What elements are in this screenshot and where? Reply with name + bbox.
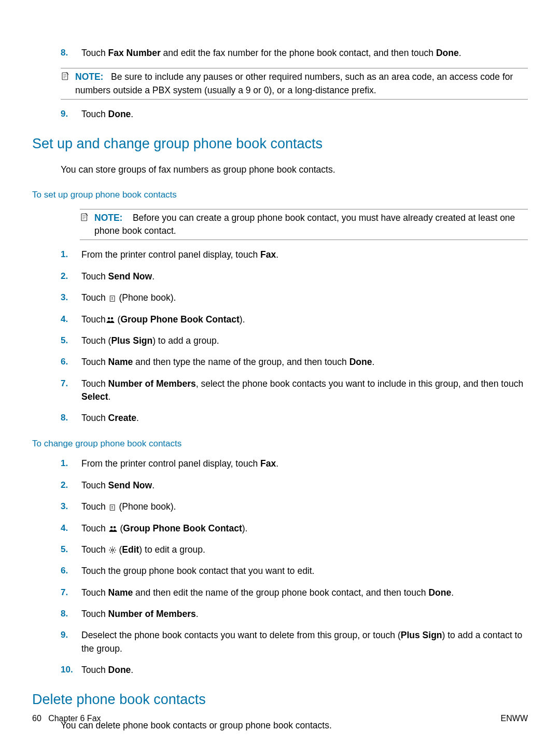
step-number: 7. bbox=[61, 377, 81, 404]
step-text: Deselect the phone book contacts you wan… bbox=[81, 629, 528, 655]
note-icon bbox=[61, 72, 71, 97]
h3-setup-group: To set up group phone book contacts bbox=[32, 189, 528, 202]
svg-rect-8 bbox=[110, 505, 114, 510]
step-item: 8. Touch Fax Number and edit the fax num… bbox=[61, 47, 528, 60]
step-number: 4. bbox=[61, 522, 81, 535]
step-text: Touch (Phone book). bbox=[81, 500, 176, 513]
section-intro: You can store groups of fax numbers as g… bbox=[61, 163, 528, 176]
step-item: 6.Touch Name and then type the name of t… bbox=[61, 356, 528, 369]
footer-left: 60 Chapter 6 Fax bbox=[32, 712, 101, 724]
step-item: 6.Touch the group phone book contact tha… bbox=[61, 565, 528, 578]
note-text: NOTE: Before you can create a group phon… bbox=[94, 212, 528, 238]
step-number: 3. bbox=[61, 500, 81, 513]
svg-point-9 bbox=[111, 506, 113, 508]
step-item: 3.Touch (Phone book). bbox=[61, 500, 528, 513]
step-number: 4. bbox=[61, 313, 81, 326]
step-number: 5. bbox=[61, 334, 81, 347]
step-text: Touch Number of Members, select the phon… bbox=[81, 377, 528, 404]
step-item: 8.Touch Number of Members. bbox=[61, 608, 528, 621]
step-text: Touch the group phone book contact that … bbox=[81, 565, 314, 578]
step-number: 7. bbox=[61, 586, 81, 599]
step-number: 2. bbox=[61, 479, 81, 492]
svg-point-5 bbox=[107, 317, 110, 320]
h2-delete-contacts: Delete phone book contacts bbox=[32, 690, 528, 710]
step-text: Touch Number of Members. bbox=[81, 608, 199, 621]
step-text: Touch Done. bbox=[81, 664, 133, 677]
svg-point-11 bbox=[113, 526, 116, 529]
step-number: 3. bbox=[61, 291, 81, 304]
step-item: 7.Touch Name and then edit the name of t… bbox=[61, 586, 528, 599]
step-text: Touch (Edit) to edit a group. bbox=[81, 543, 205, 556]
step-item: 5.Touch (Edit) to edit a group. bbox=[61, 543, 528, 556]
svg-point-6 bbox=[110, 317, 113, 320]
step-item: 5.Touch (Plus Sign) to add a group. bbox=[61, 334, 528, 347]
step-text: Touch Name and then type the name of the… bbox=[81, 356, 374, 369]
group-contact-icon bbox=[108, 523, 118, 533]
step-item: 2.Touch Send Now. bbox=[61, 270, 528, 283]
step-text: Touch (Group Phone Book Contact). bbox=[81, 313, 245, 326]
page-footer: 60 Chapter 6 Fax ENWW bbox=[32, 712, 528, 724]
svg-point-10 bbox=[110, 526, 113, 529]
phonebook-icon bbox=[108, 501, 117, 512]
step-text: Touch Send Now. bbox=[81, 479, 155, 492]
step-text: Touch (Phone book). bbox=[81, 291, 176, 304]
note-icon bbox=[80, 213, 90, 238]
step-item: 10.Touch Done. bbox=[61, 664, 528, 677]
step-number: 10. bbox=[61, 664, 81, 677]
step-item: 4.Touch (Group Phone Book Contact). bbox=[61, 522, 528, 535]
step-text: Touch Done. bbox=[81, 108, 133, 121]
step-text: Touch Name and then edit the name of the… bbox=[81, 586, 454, 599]
step-text: Touch Send Now. bbox=[81, 270, 155, 283]
step-item: 4.Touch (Group Phone Book Contact). bbox=[61, 313, 528, 326]
svg-point-4 bbox=[111, 297, 113, 299]
group-contact-icon bbox=[106, 314, 115, 325]
step-text: From the printer control panel display, … bbox=[81, 457, 278, 470]
step-text: Touch (Plus Sign) to add a group. bbox=[81, 334, 219, 347]
step-item: 1.From the printer control panel display… bbox=[61, 457, 528, 470]
step-text: Touch Fax Number and edit the fax number… bbox=[81, 47, 461, 60]
step-text: Touch Create. bbox=[81, 412, 139, 425]
step-number: 6. bbox=[61, 565, 81, 578]
step-number: 8. bbox=[61, 47, 81, 60]
step-item: 2.Touch Send Now. bbox=[61, 479, 528, 492]
footer-right: ENWW bbox=[501, 712, 528, 724]
step-number: 8. bbox=[61, 608, 81, 621]
note-text: NOTE: Be sure to include any pauses or o… bbox=[75, 71, 528, 97]
step-item: 9.Deselect the phone book contacts you w… bbox=[61, 629, 528, 655]
step-item: 9. Touch Done. bbox=[61, 108, 528, 121]
step-number: 9. bbox=[61, 108, 81, 121]
step-number: 2. bbox=[61, 270, 81, 283]
svg-point-12 bbox=[111, 549, 114, 551]
h2-group-contacts: Set up and change group phone book conta… bbox=[32, 134, 528, 154]
step-item: 1.From the printer control panel display… bbox=[61, 248, 528, 261]
step-item: 3.Touch (Phone book). bbox=[61, 291, 528, 304]
note-callout: NOTE: Before you can create a group phon… bbox=[80, 209, 528, 241]
step-item: 8.Touch Create. bbox=[61, 412, 528, 425]
step-number: 5. bbox=[61, 543, 81, 556]
step-item: 7.Touch Number of Members, select the ph… bbox=[61, 377, 528, 404]
step-text: Touch (Group Phone Book Contact). bbox=[81, 522, 247, 535]
step-number: 1. bbox=[61, 248, 81, 261]
step-number: 1. bbox=[61, 457, 81, 470]
phonebook-icon bbox=[108, 292, 117, 303]
gear-icon bbox=[108, 544, 117, 555]
note-callout: NOTE: Be sure to include any pauses or o… bbox=[61, 68, 528, 100]
step-number: 8. bbox=[61, 412, 81, 425]
h3-change-group: To change group phone book contacts bbox=[32, 438, 528, 451]
step-text: From the printer control panel display, … bbox=[81, 248, 278, 261]
step-number: 6. bbox=[61, 356, 81, 369]
svg-rect-3 bbox=[110, 296, 114, 301]
step-number: 9. bbox=[61, 629, 81, 655]
